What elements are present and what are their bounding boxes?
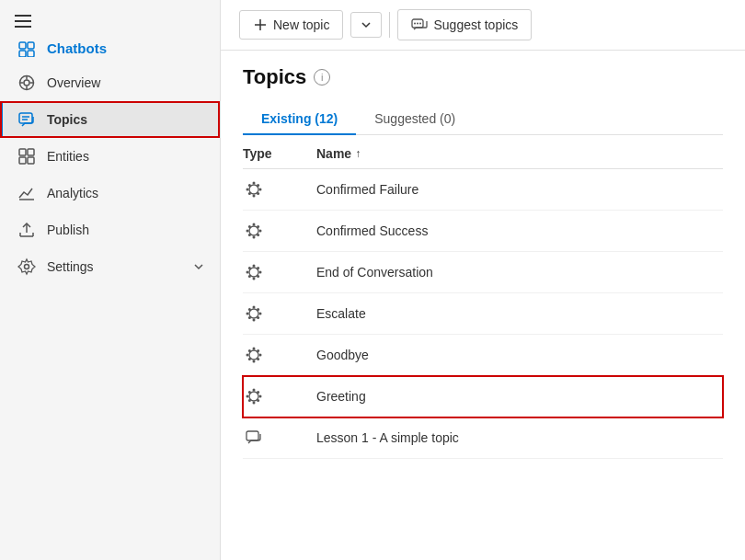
settings-chevron-icon [192,260,205,273]
chatbots-label: Chatbots [47,40,205,56]
svg-rect-2 [19,51,26,57]
svg-point-71 [257,358,259,360]
svg-point-79 [248,391,251,394]
svg-point-50 [246,271,249,274]
svg-point-43 [248,225,251,228]
system-topic-icon [243,303,265,325]
row-name: Greeting [316,389,723,404]
svg-point-22 [25,265,29,269]
sidebar-header [0,0,220,35]
svg-rect-3 [28,51,34,57]
col-type-header: Type [243,146,316,161]
sidebar-item-overview[interactable]: Overview [0,64,220,101]
svg-point-64 [257,308,259,311]
svg-point-76 [253,402,256,405]
sidebar-item-analytics[interactable]: Analytics [0,175,220,211]
svg-point-75 [253,389,256,392]
row-name: Confirmed Success [316,223,723,238]
system-topic-icon [243,344,265,366]
svg-point-29 [249,185,258,194]
page-header: Topics i Existing (12) Suggested (0) [221,51,745,135]
row-type-icon [243,261,316,283]
table-row[interactable]: Lesson 1 - A simple topic [243,417,723,459]
svg-point-49 [253,278,256,280]
svg-point-65 [249,350,258,360]
tab-existing[interactable]: Existing (12) [243,104,356,135]
svg-point-74 [249,392,258,401]
svg-point-61 [248,308,251,311]
new-topic-button[interactable]: New topic [239,10,343,40]
svg-point-41 [246,230,249,233]
svg-rect-1 [28,42,34,49]
topics-icon [17,110,36,129]
svg-point-55 [257,267,259,269]
svg-point-31 [253,195,256,198]
svg-point-30 [253,182,256,185]
svg-point-56 [249,309,258,318]
svg-point-69 [259,354,262,357]
svg-point-35 [257,192,259,195]
svg-point-70 [248,349,251,352]
svg-point-5 [24,80,29,86]
tab-suggested[interactable]: Suggested (0) [356,104,474,135]
user-topic-icon [243,427,265,449]
row-name: Escalate [316,306,723,321]
table-row[interactable]: Escalate [243,293,723,335]
table-row[interactable]: Goodbye [243,335,723,376]
main-content: New topic Suggest topics Topics i [221,0,745,560]
sidebar-item-chatbots[interactable]: Chatbots [0,35,220,64]
svg-point-37 [257,184,259,187]
system-topic-icon [243,385,265,407]
system-topic-icon [243,261,265,283]
svg-point-78 [259,395,262,398]
sidebar-item-entities[interactable]: Entities [0,138,220,175]
table-row-greeting[interactable]: Greeting [243,376,723,417]
svg-point-52 [248,267,251,269]
info-icon[interactable]: i [314,69,330,86]
suggest-topics-button[interactable]: Suggest topics [397,9,532,40]
toolbar-divider [389,12,390,38]
svg-point-59 [246,313,249,315]
svg-point-28 [419,23,421,25]
sort-arrow-icon[interactable]: ↑ [355,147,361,160]
svg-point-51 [259,271,262,274]
svg-point-36 [248,192,251,195]
svg-rect-10 [19,113,32,123]
toolbar: New topic Suggest topics [221,0,745,51]
row-name: End of Conversation [316,265,723,280]
sidebar: Chatbots Overview Topics [0,0,221,560]
svg-point-77 [246,395,249,398]
system-topic-icon [243,178,265,200]
tabs: Existing (12) Suggested (0) [243,104,723,135]
svg-point-26 [414,23,416,25]
svg-point-60 [259,313,262,315]
svg-point-58 [253,319,256,322]
sidebar-item-settings[interactable]: Settings [0,248,220,285]
new-topic-dropdown-button[interactable] [350,12,382,38]
sidebar-item-label-topics: Topics [47,112,205,127]
svg-point-53 [257,275,259,278]
svg-point-68 [246,354,249,357]
sidebar-item-topics[interactable]: Topics [0,101,220,138]
sidebar-item-publish[interactable]: Publish [0,211,220,248]
svg-point-81 [248,399,251,402]
svg-point-47 [249,268,258,277]
row-type-icon [243,427,316,449]
svg-point-48 [253,265,256,268]
overview-icon [17,74,36,92]
svg-point-27 [417,23,418,25]
svg-point-80 [257,399,259,402]
svg-rect-83 [246,431,258,440]
sidebar-item-label-entities: Entities [47,149,205,164]
svg-point-40 [253,236,256,239]
table-row[interactable]: Confirmed Success [243,211,723,252]
svg-point-67 [253,360,256,363]
entities-icon [17,147,36,166]
table-header: Type Name ↑ [243,135,723,169]
table-row[interactable]: Confirmed Failure [243,169,723,211]
hamburger-icon[interactable] [15,15,31,28]
svg-rect-15 [19,157,26,164]
table-row[interactable]: End of Conversation [243,252,723,293]
svg-point-38 [249,226,258,235]
publish-icon [17,221,36,239]
